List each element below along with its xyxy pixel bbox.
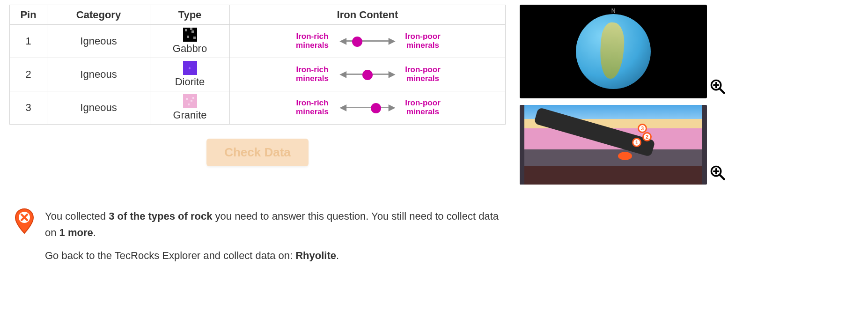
feedback-text: You collected 3 of the types of rock you… — [45, 208, 510, 271]
table-row: 3IgneousGraniteIron-richminerals◀▶Iron-p… — [10, 91, 506, 125]
cross-section-pin-2: 2 — [642, 132, 652, 141]
main-layout: Pin Category Type Iron Content 1IgneousG… — [9, 5, 859, 185]
feedback-icon-wrap — [14, 208, 37, 271]
svg-line-5 — [720, 175, 724, 179]
slider-handle[interactable] — [362, 70, 373, 80]
header-pin: Pin — [10, 5, 47, 25]
slider-track — [346, 40, 389, 42]
slider-track — [346, 74, 389, 75]
type-label: Gabbro — [173, 43, 207, 55]
rock-swatch-icon — [183, 28, 197, 42]
cross-section-thumbnail-wrap: 1 2 3 — [520, 105, 707, 185]
left-column: Pin Category Type Iron Content 1IgneousG… — [9, 5, 506, 185]
pin-cell: 3 — [10, 91, 47, 125]
slider-handle[interactable] — [371, 103, 381, 113]
header-iron-content: Iron Content — [230, 5, 506, 25]
zoom-in-button[interactable] — [710, 79, 726, 95]
magnify-plus-icon — [710, 79, 726, 95]
globe-icon — [576, 14, 651, 89]
globe-thumbnail[interactable]: N — [520, 5, 707, 98]
compass-north-label: N — [611, 7, 616, 14]
table-header-row: Pin Category Type Iron Content — [10, 5, 506, 25]
iron-rich-label: Iron-richminerals — [291, 32, 333, 50]
svg-line-1 — [720, 89, 724, 93]
iron-rich-label: Iron-richminerals — [291, 66, 333, 83]
continent-shape — [598, 22, 626, 80]
iron-content-cell: Iron-richminerals◀▶Iron-poorminerals — [230, 25, 506, 58]
slider-arrow-right-icon: ▶ — [389, 70, 395, 79]
right-column: N — [520, 5, 707, 185]
slider-track — [346, 107, 389, 108]
type-label: Diorite — [175, 76, 205, 88]
iron-poor-label: Iron-poorminerals — [402, 99, 444, 116]
slider-arrow-left-icon: ◀ — [340, 70, 346, 79]
slider-arrow-left-icon: ◀ — [340, 103, 346, 112]
cross-section-pin-3: 3 — [638, 124, 647, 133]
zoom-in-button[interactable] — [710, 165, 726, 181]
category-cell: Igneous — [47, 58, 150, 91]
rock-swatch-icon — [183, 61, 197, 75]
rock-data-table: Pin Category Type Iron Content 1IgneousG… — [9, 5, 506, 125]
cross-section-pin-1: 1 — [632, 138, 641, 147]
error-map-pin-icon — [14, 208, 35, 234]
slider-arrow-right-icon: ▶ — [389, 103, 395, 112]
type-cell: Diorite — [150, 58, 230, 91]
feedback-line-2: Go back to the TecRocks Explorer and col… — [45, 247, 510, 264]
iron-content-cell: Iron-richminerals◀▶Iron-poorminerals — [230, 91, 506, 125]
category-cell: Igneous — [47, 91, 150, 125]
header-category: Category — [47, 5, 150, 25]
magnify-plus-icon — [710, 165, 726, 181]
header-type: Type — [150, 5, 230, 25]
rock-swatch-icon — [183, 94, 197, 108]
iron-content-slider[interactable]: ◀▶ — [340, 37, 395, 46]
feedback-region: You collected 3 of the types of rock you… — [14, 208, 510, 271]
pin-cell: 2 — [10, 58, 47, 91]
pin-cell: 1 — [10, 25, 47, 58]
slider-handle[interactable] — [352, 37, 362, 47]
iron-poor-label: Iron-poorminerals — [402, 66, 444, 83]
slider-arrow-right-icon: ▶ — [389, 37, 395, 46]
iron-content-slider[interactable]: ◀▶ — [340, 70, 395, 79]
slider-arrow-left-icon: ◀ — [340, 37, 346, 46]
check-data-button[interactable]: Check Data — [206, 139, 309, 166]
table-row: 2IgneousDioriteIron-richminerals◀▶Iron-p… — [10, 58, 506, 91]
type-cell: Gabbro — [150, 25, 230, 58]
iron-poor-label: Iron-poorminerals — [402, 32, 444, 50]
globe-thumbnail-wrap: N — [520, 5, 707, 98]
category-cell: Igneous — [47, 25, 150, 58]
feedback-line-1: You collected 3 of the types of rock you… — [45, 208, 510, 241]
cross-section-thumbnail[interactable]: 1 2 3 — [520, 105, 707, 185]
type-cell: Granite — [150, 91, 230, 125]
type-label: Granite — [173, 109, 206, 121]
iron-rich-label: Iron-richminerals — [291, 99, 333, 116]
iron-content-cell: Iron-richminerals◀▶Iron-poorminerals — [230, 58, 506, 91]
table-row: 1IgneousGabbroIron-richminerals◀▶Iron-po… — [10, 25, 506, 58]
cross-section-graphic: 1 2 3 — [520, 105, 707, 185]
iron-content-slider[interactable]: ◀▶ — [340, 103, 395, 112]
